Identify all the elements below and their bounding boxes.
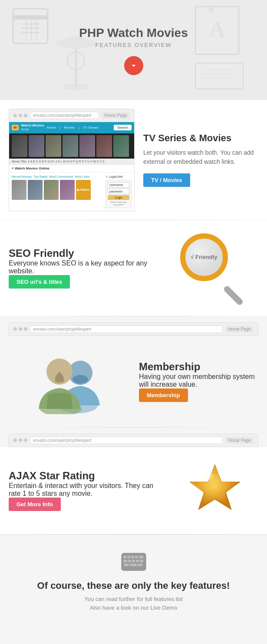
hero-title: PHP Watch Movies xyxy=(9,26,258,40)
ajax-browser-next: Home Page xyxy=(225,437,254,444)
membership-section: Membership Having your own membership sy… xyxy=(0,336,267,427)
tv-heading: TV Series & Movies xyxy=(143,133,258,144)
footer-line2: Also have a look on our Live Demo xyxy=(9,604,258,613)
membership-text: Membership Having your own membership sy… xyxy=(139,361,258,402)
scroll-down-button[interactable] xyxy=(124,56,143,75)
magnifier-glass: √ Friendly xyxy=(180,233,228,281)
ajax-text: AJAX Star Rating Entertain & interact wi… xyxy=(9,470,163,511)
svg-point-21 xyxy=(73,375,88,384)
svg-rect-29 xyxy=(127,556,130,558)
svg-point-11 xyxy=(67,52,85,70)
ajax-heading: AJAX Star Rating xyxy=(9,470,163,482)
seo-section: SEO Friendly Everyone knows SEO is a key… xyxy=(0,220,267,316)
tv-description: Let your visitors watch both. You can ad… xyxy=(143,148,258,166)
ajax-description: Entertain & interact with your visitors.… xyxy=(9,482,163,498)
svg-rect-37 xyxy=(140,560,143,562)
get-more-info-button[interactable]: Get More Info xyxy=(9,498,61,511)
footer-cta: Of course, these are only the key featur… xyxy=(0,534,267,635)
svg-rect-34 xyxy=(128,560,131,562)
seo-description: Everyone knows SEO is a key aspect for a… xyxy=(9,259,163,275)
star-icon-area xyxy=(171,460,258,521)
membership-browser-next: Home Page xyxy=(225,326,254,332)
footer-line1: You can read further for full features l… xyxy=(9,595,258,604)
seo-button[interactable]: SEO url's & titles xyxy=(9,275,70,289)
membership-browser-bar: envato.com/user/prophilexpert Home Page xyxy=(9,322,258,336)
footer-heading: Of course, these are only the key featur… xyxy=(9,580,258,591)
tv-button[interactable]: TV / Movies xyxy=(143,173,190,187)
svg-rect-39 xyxy=(130,564,137,566)
svg-rect-30 xyxy=(131,556,134,558)
svg-point-14 xyxy=(209,7,214,12)
svg-rect-33 xyxy=(123,560,127,562)
keyboard-icon xyxy=(9,552,258,573)
svg-rect-32 xyxy=(139,556,143,558)
svg-rect-40 xyxy=(138,564,142,566)
browser-content: W Watch MoviesScript Home | Movies | TV … xyxy=(9,122,135,211)
svg-rect-9 xyxy=(75,43,77,87)
browser-url: envato.com/user/prophilexpert xyxy=(30,112,99,119)
seo-icon-area: √ Friendly xyxy=(171,233,258,303)
membership-heading: Membership xyxy=(139,361,258,373)
membership-description: Having your own membership system will i… xyxy=(139,373,258,388)
svg-rect-35 xyxy=(132,560,135,562)
users-icon xyxy=(9,349,130,414)
svg-marker-25 xyxy=(193,467,237,507)
seo-heading: SEO Friendly xyxy=(9,247,163,259)
svg-rect-38 xyxy=(124,564,129,566)
svg-point-8 xyxy=(63,83,89,90)
membership-button[interactable]: Membership xyxy=(139,388,188,402)
svg-rect-28 xyxy=(123,556,126,558)
magnifier-icon: √ Friendly xyxy=(180,233,250,303)
svg-rect-15 xyxy=(195,63,243,89)
ajax-browser-url: envato.com/user/prophilexpert xyxy=(30,437,223,444)
membership-browser-url: envato.com/user/prophilexpert xyxy=(30,325,223,333)
svg-rect-1 xyxy=(13,15,48,20)
browser-next: Home Page xyxy=(102,112,130,119)
hero-subtitle: FEATURES OVERVIEW xyxy=(9,42,258,48)
seo-text: SEO Friendly Everyone knows SEO is a key… xyxy=(9,247,163,289)
svg-rect-31 xyxy=(135,556,138,558)
browser-bar: envato.com/user/prophilexpert Home Page xyxy=(9,109,135,122)
hero-section: A PHP Watch Movies FEATURES OVERVIEW xyxy=(0,0,267,100)
svg-rect-36 xyxy=(136,560,139,562)
ajax-browser-bar: envato.com/user/prophilexpert Home Page xyxy=(9,434,258,447)
ajax-section: AJAX Star Rating Entertain & interact wi… xyxy=(0,447,267,534)
